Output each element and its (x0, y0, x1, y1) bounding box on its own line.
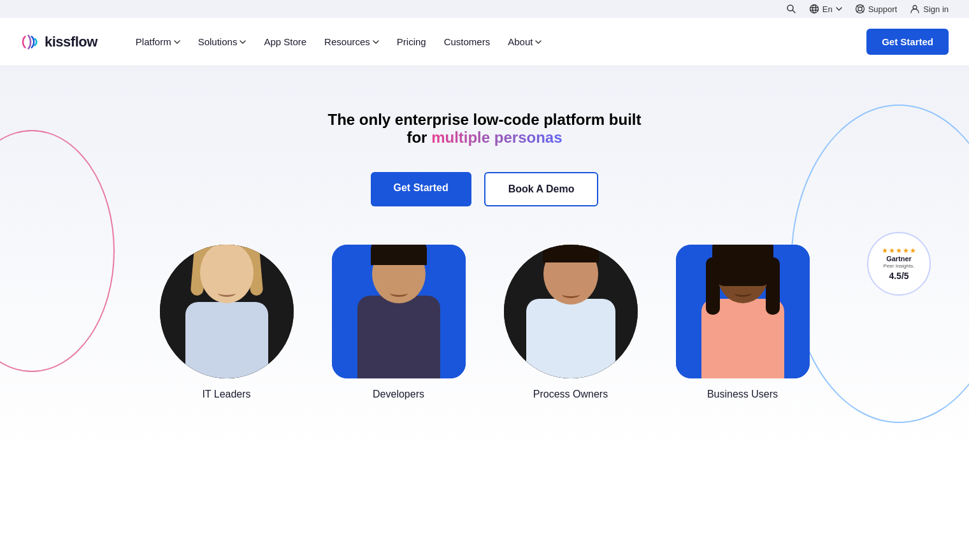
persona-avatar-it-leaders (160, 245, 294, 378)
signin-label: Sign in (923, 4, 949, 14)
hero-book-demo-button[interactable]: Book A Demo (484, 172, 599, 206)
persona-business-users: Business Users (676, 245, 810, 400)
nav-item-customers[interactable]: Customers (436, 31, 498, 52)
svg-point-4 (858, 7, 862, 11)
personas-row: IT Leaders Developers (20, 245, 949, 400)
svg-point-2 (812, 5, 815, 13)
persona-developers: Developers (332, 245, 466, 400)
persona-avatar-developers (332, 245, 466, 378)
nav-item-resources[interactable]: Resources (317, 31, 387, 52)
logo[interactable]: kissflow (20, 34, 97, 50)
persona-label-developers: Developers (373, 389, 424, 400)
language-selector[interactable]: En (809, 4, 842, 14)
persona-label-it-leaders: IT Leaders (202, 389, 250, 400)
persona-avatar-process-owners (504, 245, 638, 378)
nav-label-customers: Customers (444, 36, 491, 47)
support-link[interactable]: Support (855, 4, 898, 14)
persona-label-process-owners: Process Owners (533, 389, 608, 400)
gartner-badge: ★★★★★ Gartner Peer Insights. 4.5/5 (867, 232, 931, 296)
svg-point-1 (810, 5, 818, 13)
gartner-score: 4.5/5 (889, 271, 908, 281)
hero-title-space (490, 129, 494, 146)
hero-text: The only enterprise low-code platform bu… (198, 111, 772, 147)
persona-it-leaders: IT Leaders (160, 245, 294, 400)
gartner-name: Gartner (886, 255, 912, 263)
hero-get-started-button[interactable]: Get Started (371, 172, 471, 206)
persona-label-business-users: Business Users (707, 389, 778, 400)
logo-text: kissflow (45, 34, 97, 50)
hero-buttons: Get Started Book A Demo (20, 172, 949, 206)
nav-label-appstore: App Store (264, 36, 306, 47)
persona-avatar-business-users (676, 245, 810, 378)
hero-title-line1: The only enterprise low-code platform bu… (327, 111, 641, 128)
nav-item-solutions[interactable]: Solutions (190, 31, 254, 52)
search-icon[interactable] (786, 4, 796, 14)
nav-label-resources: Resources (324, 36, 370, 47)
signin-link[interactable]: Sign in (910, 4, 949, 14)
language-label: En (822, 4, 833, 14)
hero-title-line2-prefix: for (406, 129, 431, 146)
main-nav: kissflow Platform Solutions App Store Re… (0, 18, 969, 66)
nav-label-pricing: Pricing (397, 36, 426, 47)
nav-label-about: About (508, 36, 533, 47)
nav-item-appstore[interactable]: App Store (256, 31, 314, 52)
nav-label-platform: Platform (136, 36, 171, 47)
nav-item-about[interactable]: About (500, 31, 549, 52)
hero-section: ★★★★★ Gartner Peer Insights. 4.5/5 The o… (0, 66, 969, 550)
support-label: Support (868, 4, 898, 14)
gartner-stars: ★★★★★ (882, 247, 917, 255)
hero-title: The only enterprise low-code platform bu… (198, 111, 772, 147)
nav-item-platform[interactable]: Platform (128, 31, 188, 52)
nav-get-started-button[interactable]: Get Started (866, 29, 949, 55)
persona-process-owners: Process Owners (504, 245, 638, 400)
nav-label-solutions: Solutions (198, 36, 238, 47)
nav-links: Platform Solutions App Store Resources P… (128, 31, 866, 52)
top-bar: En Support Sign in (0, 0, 969, 18)
gartner-sub: Peer Insights. (884, 263, 915, 269)
hero-title-highlight-personas: personas (494, 129, 563, 146)
hero-title-highlight-multiple: multiple (431, 129, 490, 146)
nav-item-pricing[interactable]: Pricing (389, 31, 434, 52)
